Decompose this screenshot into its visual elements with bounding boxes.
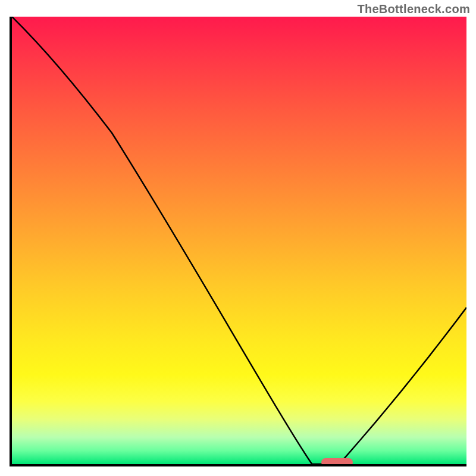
optimal-zone-marker [321,458,353,466]
bottleneck-curve [12,17,466,464]
chart-plot-area [10,17,466,466]
attribution-text: TheBottleneck.com [357,2,470,16]
